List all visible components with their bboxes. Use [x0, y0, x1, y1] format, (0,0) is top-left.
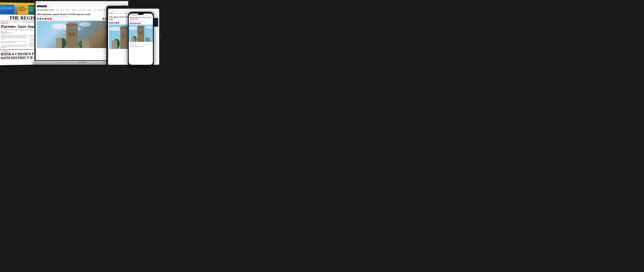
svg-rect-43: [124, 29, 125, 31]
banner1-tag: CONNECTICUT: [0, 5, 14, 6]
svg-rect-5: [68, 22, 76, 24]
phone-share-twitter[interactable]: t: [133, 23, 135, 24]
svg-point-34: [109, 27, 120, 31]
phone-frame: THE REGISTER CITIZEN ≡ Yale University r…: [128, 12, 154, 66]
share-facebook-icon[interactable]: f: [39, 18, 42, 20]
svg-rect-11: [75, 27, 76, 29]
tablet-search-icon: 🔍: [110, 10, 111, 11]
tablet-nav-sports[interactable]: Sports: [118, 13, 122, 14]
tablet-share-reddit[interactable]: r: [118, 22, 119, 24]
phone-caption2: A file image of Harkness Tower on Yale U…: [129, 43, 153, 46]
phone-byline: By Josh LaBella: [129, 20, 153, 21]
banner2-headline: A Donald Trump reboot? Impossible: [18, 7, 28, 11]
laptop-article-title: Yale University reports 39 new COVID cas…: [37, 13, 107, 16]
phone-share-reddit[interactable]: r: [137, 23, 138, 24]
tablet-share-email[interactable]: ✉: [109, 22, 111, 24]
svg-rect-26: [139, 28, 140, 30]
svg-rect-15: [81, 45, 82, 48]
nav-lifestyle[interactable]: Lifestyle: [86, 9, 92, 11]
svg-point-1: [79, 22, 91, 27]
phone-notch: [138, 14, 144, 15]
banner2-tag: EDITORIAL: [18, 5, 28, 6]
banner2-photo: [14, 5, 18, 14]
svg-rect-27: [140, 28, 141, 30]
svg-rect-31: [132, 38, 135, 42]
np-date: Friday, May 6, 2016: [1, 21, 8, 22]
scene: Today's web bonus » Photos: Torrington c…: [0, 0, 161, 68]
temp-display: 33°F: [39, 6, 42, 7]
weather-widget: 🌙 33°F Torrington: [37, 5, 47, 7]
tablet-nav-news[interactable]: News: [115, 13, 118, 14]
svg-point-20: [145, 26, 152, 29]
phone-article-title: Yale University reports 39 new COVID cas…: [129, 16, 153, 20]
svg-rect-17: [82, 39, 89, 48]
banner1-sub: News » A5: [0, 10, 14, 11]
phone-share-email[interactable]: ✉: [130, 23, 131, 24]
tablet-nav-business[interactable]: Business: [123, 13, 128, 14]
nav-sports[interactable]: Sports: [60, 9, 64, 11]
svg-rect-7: [73, 32, 75, 37]
svg-rect-4: [67, 24, 77, 26]
tablet-power-button[interactable]: [160, 34, 161, 40]
svg-rect-14: [62, 43, 63, 48]
phone-screen: THE REGISTER CITIZEN ≡ Yale University r…: [129, 14, 153, 65]
svg-point-19: [129, 27, 137, 30]
svg-rect-22: [138, 27, 144, 28]
tablet-share-twitter[interactable]: t: [113, 22, 115, 24]
np-col1: TORRINGTON » As the Board of Education s…: [1, 35, 29, 48]
svg-rect-32: [146, 38, 150, 42]
nav-classifieds[interactable]: Classifieds: [96, 9, 103, 11]
yale-tower-svg: [50, 21, 94, 48]
phone-share-bar: ✉ f t p r 🖨: [129, 23, 153, 25]
tablet-sidebar-arrow[interactable]: ›: [157, 17, 158, 18]
share-flipboard-icon[interactable]: f: [50, 18, 52, 20]
banner1-headline: Lockbox won't go to voters in November: [0, 6, 14, 10]
svg-rect-24: [139, 32, 140, 34]
phone: THE REGISTER CITIZEN ≡ Yale University r…: [128, 12, 154, 66]
svg-rect-6: [69, 32, 71, 37]
nav-jobs[interactable]: Jobs: [92, 9, 96, 11]
person-silhouette: [14, 5, 18, 14]
banner-connecticut: CONNECTICUT Lockbox won't go to voters i…: [0, 5, 14, 14]
svg-rect-42: [122, 29, 123, 31]
svg-rect-9: [70, 27, 72, 29]
site-logo: THE REGISTER CITIZEN: [37, 9, 54, 11]
tablet-share-facebook[interactable]: f: [111, 22, 113, 24]
nav-business[interactable]: Business: [65, 9, 71, 11]
svg-rect-8: [68, 27, 70, 29]
phone-share-facebook[interactable]: f: [132, 23, 133, 24]
banner1-content: CONNECTICUT Lockbox won't go to voters i…: [0, 5, 14, 11]
svg-rect-25: [141, 32, 142, 34]
phone-date: Updated 12:14 am EST, Monday, November 2…: [129, 21, 153, 23]
hamburger-icon[interactable]: ≡: [151, 14, 152, 16]
svg-rect-44: [126, 29, 127, 31]
svg-rect-50: [112, 40, 117, 49]
search-input[interactable]: [48, 5, 58, 7]
browser-close-dot[interactable]: [36, 2, 37, 3]
tablet-browser-bar: 🔍 Search: [108, 9, 159, 12]
svg-rect-28: [142, 28, 142, 30]
phone-article-image: [129, 25, 153, 42]
share-reddit-icon[interactable]: r: [47, 18, 49, 20]
tablet-search[interactable]: 🔍 Search: [109, 9, 158, 11]
nav-news[interactable]: News: [55, 9, 60, 11]
phone-tower-svg: [129, 25, 153, 42]
phone-share-pinterest[interactable]: p: [135, 23, 137, 24]
nav-obituaries[interactable]: Obituaries: [71, 9, 78, 11]
browser-urlbar[interactable]: [42, 2, 127, 4]
tablet-share-pinterest[interactable]: p: [116, 22, 117, 24]
share-print-icon[interactable]: 🖨: [102, 18, 104, 20]
banner2-sub: Opinion » A5: [18, 12, 28, 13]
share-pinterest-icon[interactable]: p: [44, 18, 46, 20]
nav-entertainment[interactable]: Entertainment: [78, 9, 86, 11]
phone-share-print[interactable]: 🖨: [139, 23, 140, 24]
topbar-bonus: Today's web bonus »: [0, 3, 11, 4]
laptop-article-main: Yale University reports 39 new COVID cas…: [37, 13, 107, 48]
browser-max-dot[interactable]: [39, 2, 40, 3]
laptop-article-byline: By Josh LaBella Updated 12:14 am EST, Mo…: [37, 16, 107, 17]
browser-min-dot[interactable]: [38, 2, 39, 3]
moon-icon: 🌙: [38, 6, 39, 7]
share-twitter-icon[interactable]: t: [42, 18, 44, 20]
share-email-icon[interactable]: ✉: [37, 18, 39, 20]
location-display: Torrington: [42, 6, 46, 7]
